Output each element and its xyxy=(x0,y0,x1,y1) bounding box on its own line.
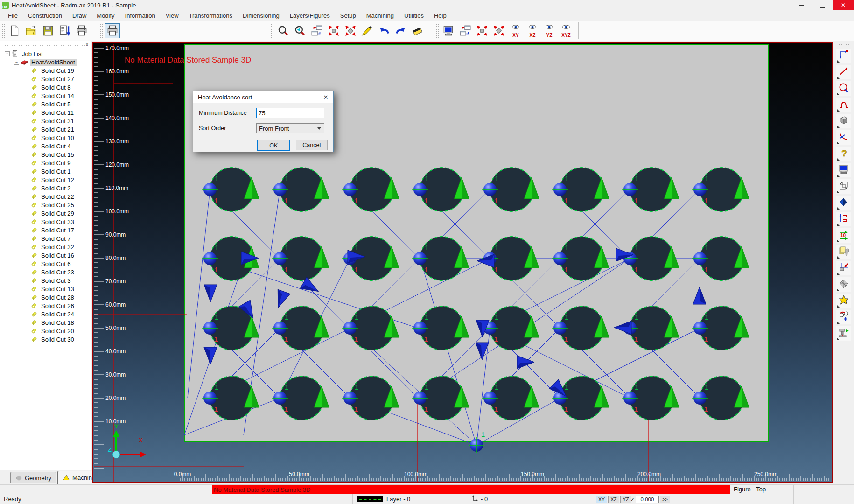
place-part-button[interactable] xyxy=(836,261,851,275)
tree-row-solid-cut[interactable]: Solid Cut 27 xyxy=(0,75,91,83)
tree-row-solid-cut[interactable]: Solid Cut 8 xyxy=(0,83,91,91)
toolbar-grip[interactable] xyxy=(99,23,103,38)
plot-print-button[interactable] xyxy=(105,23,120,38)
solid-cut-label[interactable]: Solid Cut 20 xyxy=(40,328,76,335)
solid-cut-label[interactable]: Solid Cut 32 xyxy=(40,244,76,251)
fit-3d-button[interactable] xyxy=(491,23,506,38)
solid-cut-label[interactable]: Solid Cut 2 xyxy=(40,185,72,192)
solid-cut-label[interactable]: Solid Cut 14 xyxy=(40,92,76,99)
monitor-button[interactable] xyxy=(836,163,851,177)
solid-cut-label[interactable]: Solid Cut 4 xyxy=(40,143,72,150)
ok-button[interactable]: OK xyxy=(257,140,290,151)
tree-row-solid-cut[interactable]: Solid Cut 2 xyxy=(0,184,91,192)
solid-cut-label[interactable]: Solid Cut 5 xyxy=(40,101,72,108)
swap-window-button[interactable] xyxy=(458,23,473,38)
arc-button[interactable] xyxy=(836,130,851,145)
more-button[interactable]: >> xyxy=(660,496,670,503)
view-xz-button[interactable]: XZ xyxy=(525,23,540,38)
tree-row-solid-cut[interactable]: Solid Cut 29 xyxy=(0,209,91,217)
menu-item-help[interactable]: Help xyxy=(429,11,452,20)
fit-view-button[interactable] xyxy=(326,23,341,38)
plane-toggle-xy[interactable]: XY xyxy=(596,496,607,503)
toolbar-grip[interactable] xyxy=(270,23,273,38)
menu-item-dimensioning[interactable]: Dimensioning xyxy=(238,11,285,20)
solid-cut-label[interactable]: Solid Cut 6 xyxy=(40,260,72,267)
menu-item-machining[interactable]: Machining xyxy=(361,11,399,20)
tree-row-solid-cut[interactable]: Solid Cut 23 xyxy=(0,268,91,276)
profile-button[interactable] xyxy=(836,212,851,226)
redo-button[interactable] xyxy=(393,23,408,38)
view-yz-button[interactable]: YZ xyxy=(542,23,557,38)
toolbar-grip[interactable] xyxy=(1,23,5,38)
menu-item-transformations[interactable]: Transformations xyxy=(184,11,238,20)
solid-cut-label[interactable]: Solid Cut 29 xyxy=(40,210,76,217)
tree-row-solid-cut[interactable]: Solid Cut 25 xyxy=(0,201,91,209)
join-geometry-button[interactable] xyxy=(836,310,851,324)
layer-label[interactable]: Layer - 0 xyxy=(386,496,410,503)
tree-row-solid-cut[interactable]: Solid Cut 20 xyxy=(0,327,91,335)
tree-row-solid-cut[interactable]: Solid Cut 1 xyxy=(0,167,91,175)
menu-item-setup[interactable]: Setup xyxy=(335,11,361,20)
menu-item-utilities[interactable]: Utilities xyxy=(399,11,429,20)
menu-item-file[interactable]: File xyxy=(3,11,23,20)
dimension-button[interactable] xyxy=(836,49,851,63)
menu-item-draw[interactable]: Draw xyxy=(67,11,91,20)
machine-simulation-button[interactable] xyxy=(836,326,851,341)
dialog-close-icon[interactable]: ✕ xyxy=(318,91,333,103)
tree-row-solid-cut[interactable]: Solid Cut 10 xyxy=(0,133,91,142)
print-button[interactable] xyxy=(74,23,89,38)
tree-row-solid-cut[interactable]: Solid Cut 9 xyxy=(0,159,91,167)
tree-row-solid-cut[interactable]: Solid Cut 22 xyxy=(0,192,91,201)
solid-cut-label[interactable]: Solid Cut 30 xyxy=(40,336,76,343)
tree-row-solid-cut[interactable]: Solid Cut 18 xyxy=(0,318,91,327)
solid-cut-label[interactable]: Solid Cut 13 xyxy=(40,286,76,293)
tree-row-solid-cut[interactable]: Solid Cut 3 xyxy=(0,276,91,285)
circle-button[interactable] xyxy=(836,81,851,96)
zoom-button[interactable] xyxy=(276,23,291,38)
solid-cut-label[interactable]: Solid Cut 18 xyxy=(40,319,76,326)
solid-cut-label[interactable]: Solid Cut 22 xyxy=(40,193,76,200)
tree-row-solid-cut[interactable]: Solid Cut 28 xyxy=(0,293,91,301)
tree-row-solid-cut[interactable]: Solid Cut 16 xyxy=(0,251,91,259)
solid-cut-label[interactable]: Solid Cut 16 xyxy=(40,252,76,259)
expand-collapse-icon[interactable]: − xyxy=(14,60,19,65)
close-icon[interactable]: ✕ xyxy=(833,0,854,10)
solid-cut-label[interactable]: Solid Cut 15 xyxy=(40,151,76,158)
solid-cut-label[interactable]: Solid Cut 26 xyxy=(40,302,76,309)
solid-cut-label[interactable]: Solid Cut 21 xyxy=(40,126,76,133)
tab-geometry[interactable]: Geometry xyxy=(10,472,56,483)
monitor-button[interactable] xyxy=(441,23,456,38)
mesh-button[interactable] xyxy=(836,277,851,292)
solid-cut-label[interactable]: Solid Cut 3 xyxy=(40,277,72,284)
solid-cut-label[interactable]: Solid Cut 33 xyxy=(40,218,76,225)
erase-button[interactable] xyxy=(410,23,425,38)
tree-row-solid-cut[interactable]: Solid Cut 4 xyxy=(0,142,91,150)
solid-cut-label[interactable]: Solid Cut 25 xyxy=(40,202,76,209)
sort-order-select[interactable]: From Front xyxy=(256,123,324,133)
solid-cut-label[interactable]: Solid Cut 17 xyxy=(40,227,76,234)
panel-close-icon[interactable]: x xyxy=(85,42,89,47)
tree-row-solid-cut[interactable]: Solid Cut 26 xyxy=(0,301,91,310)
menu-item-information[interactable]: Information xyxy=(120,11,161,20)
job-list-label[interactable]: Job List xyxy=(21,50,44,57)
panel-grip[interactable]: x xyxy=(2,42,89,48)
solid-cut-label[interactable]: Solid Cut 10 xyxy=(40,134,76,141)
tree-row-solid-cut[interactable]: Solid Cut 32 xyxy=(0,243,91,251)
redraw-brush-button[interactable] xyxy=(360,23,375,38)
tree-row-solid-cut[interactable]: Solid Cut 19 xyxy=(0,66,91,75)
new-file-button[interactable] xyxy=(7,23,22,38)
tree-row-solid-cut[interactable]: Solid Cut 31 xyxy=(0,117,91,125)
tree-row-solid-cut[interactable]: Solid Cut 15 xyxy=(0,150,91,159)
tree-row-solid-cut[interactable]: Solid Cut 17 xyxy=(0,226,91,234)
help-button[interactable]: ? xyxy=(836,147,851,161)
save-button[interactable] xyxy=(41,23,56,38)
solid-cube-button[interactable] xyxy=(836,114,851,128)
nc-output-button[interactable] xyxy=(57,23,72,38)
cam-profile-button[interactable] xyxy=(836,98,851,112)
open-file-button[interactable] xyxy=(24,23,39,38)
solid-cut-label[interactable]: Solid Cut 11 xyxy=(40,109,75,116)
solid-cut-label[interactable]: Solid Cut 19 xyxy=(40,67,76,74)
swap-window-button[interactable] xyxy=(309,23,324,38)
tree-row-solid-cut[interactable]: Solid Cut 6 xyxy=(0,259,91,268)
solid-cut-label[interactable]: Solid Cut 31 xyxy=(40,118,76,125)
